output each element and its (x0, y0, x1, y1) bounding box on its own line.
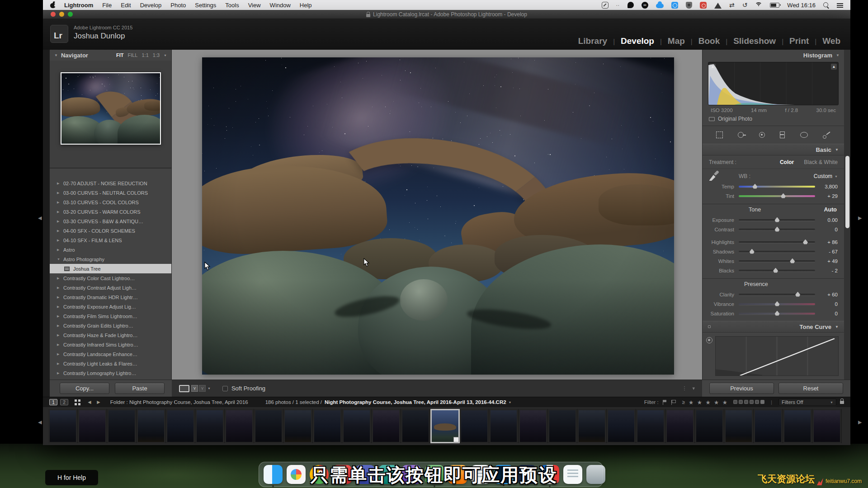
messenger-icon[interactable] (627, 2, 634, 8)
filmstrip-thumbnail-selected[interactable] (430, 409, 460, 443)
crop-tool-icon[interactable] (716, 131, 723, 138)
scrollbar-thumb[interactable] (845, 156, 849, 228)
slider-thumb[interactable] (803, 239, 808, 244)
flag-reject-icon[interactable] (671, 400, 676, 405)
temp-slider[interactable]: Temp 3,800 (703, 182, 844, 191)
copy-button[interactable]: Copy... (60, 383, 109, 394)
wifi-icon[interactable] (755, 2, 762, 8)
menu-tools[interactable]: Tools (221, 2, 243, 9)
module-develop[interactable]: Develop (607, 36, 654, 46)
tint-slider[interactable]: Tint + 29 (703, 191, 844, 201)
slider-thumb[interactable] (775, 227, 780, 232)
filmstrip-thumbnail[interactable] (166, 409, 195, 443)
slider-thumb[interactable] (775, 301, 780, 306)
toolbar-options-icon[interactable]: ▾ (692, 385, 695, 391)
filmstrip-thumbnail[interactable] (107, 409, 137, 443)
filmstrip-thumbnail[interactable] (607, 409, 636, 443)
filters-preset-select[interactable]: Filters Off ▼ (778, 399, 836, 406)
right-panel-scrollbar[interactable] (844, 50, 850, 380)
menu-photo[interactable]: Photo (166, 2, 190, 9)
left-panel-collapse-arrow[interactable]: ◀ (38, 215, 42, 221)
wb-preset-select[interactable]: Custom▼ (814, 173, 838, 179)
toolbar-overflow-icon[interactable]: ⋮ (682, 385, 687, 391)
preset-item[interactable]: ▶04-00 SFX - COLOR SCHEMES (50, 226, 171, 235)
main-window-button[interactable]: 1 (49, 399, 57, 405)
filmstrip-scroll-left-arrow[interactable]: ◀ (38, 419, 42, 425)
filmstrip-thumbnail[interactable] (548, 409, 577, 443)
filmstrip-thumbnail[interactable] (665, 409, 695, 443)
tone-curve-display[interactable] (715, 336, 839, 376)
camera-sync-icon[interactable] (671, 2, 678, 9)
filmstrip-thumbnail[interactable] (519, 409, 548, 443)
previous-photo-arrow-icon[interactable]: ◄ (87, 399, 92, 405)
slider-thumb[interactable] (781, 193, 786, 198)
filmstrip-thumbnail[interactable] (372, 409, 401, 443)
slider-thumb[interactable] (790, 258, 795, 263)
chevron-down-icon[interactable]: ▼ (509, 401, 512, 404)
before-after-icon[interactable]: Y (191, 385, 198, 392)
shadow-clipping-indicator[interactable]: ▲ (710, 64, 716, 70)
menu-develop[interactable]: Develop (136, 2, 166, 9)
vibrance-slider[interactable]: Vibrance0 (703, 299, 844, 309)
filmstrip-thumbnail[interactable] (342, 409, 372, 443)
module-web[interactable]: Web (809, 36, 840, 46)
minimize-window-button[interactable] (59, 12, 64, 17)
star-rating-filter[interactable]: ★ ★ ★ ★ ★ (689, 399, 728, 406)
google-drive-icon[interactable] (714, 3, 722, 9)
spot-removal-icon[interactable] (738, 132, 744, 138)
apple-menu-icon[interactable] (50, 2, 56, 8)
filmstrip-thumbnail[interactable] (460, 409, 489, 443)
preset-item[interactable]: ▶Contrastly Film Sims Lightroom… (50, 311, 171, 321)
clarity-slider[interactable]: Clarity+ 60 (703, 290, 844, 299)
blacks-slider[interactable]: Blacks- 2 (703, 266, 844, 275)
contrast-slider[interactable]: Contrast0 (703, 225, 844, 234)
right-panel-collapse-arrow[interactable]: ▶ (858, 215, 862, 221)
zoom-ratio-option[interactable]: 1:3 (153, 52, 160, 58)
menu-view[interactable]: View (244, 2, 265, 9)
target-adjustment-icon[interactable] (706, 337, 712, 343)
module-map[interactable]: Map (654, 36, 685, 46)
current-file-label[interactable]: Night Photography Course, Joshua Tree, A… (325, 399, 506, 405)
color-label-chip[interactable] (733, 400, 737, 404)
highlights-slider[interactable]: Highlights+ 86 (703, 237, 844, 247)
filmstrip-thumbnail[interactable] (48, 409, 78, 443)
filmstrip-thumbnail[interactable] (225, 409, 254, 443)
module-library[interactable]: Library (578, 36, 607, 46)
preset-item[interactable]: ▶03-10 CURVES - COOL COLORS (50, 197, 171, 207)
cloud-sync-icon[interactable] (656, 4, 664, 8)
radial-filter-icon[interactable] (800, 132, 808, 138)
preset-item[interactable]: ▶03-00 CURVES - NEUTRAL COLORS (50, 188, 171, 197)
auto-tone-button[interactable]: Auto (824, 206, 837, 213)
zoom-dropdown-icon[interactable]: ▼ (164, 54, 167, 57)
creative-cloud-icon[interactable]: ∞ (642, 2, 648, 9)
dock-icon-photos[interactable] (287, 465, 306, 484)
navigator-thumbnail[interactable] (61, 72, 161, 145)
module-slideshow[interactable]: Slideshow (720, 36, 776, 46)
filmstrip-thumbnail[interactable] (313, 409, 342, 443)
spotlight-icon[interactable] (823, 2, 829, 8)
preset-item-selected[interactable]: Joshua Tree (50, 264, 171, 273)
zoom-fit-option[interactable]: FIT (116, 52, 124, 58)
battery-icon[interactable] (770, 3, 779, 8)
slider-thumb[interactable] (775, 217, 780, 222)
badge-icon[interactable] (686, 2, 692, 9)
module-print[interactable]: Print (776, 36, 809, 46)
highlight-clipping-indicator[interactable]: ▲ (831, 64, 837, 70)
preset-item[interactable]: ▶03-30 CURVES - B&W & ANTIQU… (50, 216, 171, 226)
reset-button[interactable]: Reset (778, 383, 843, 394)
preset-item[interactable]: ▶03-20 CURVES - WARM COLORS (50, 207, 171, 216)
color-label-chip[interactable] (760, 400, 764, 404)
preset-item[interactable]: ▶Contrastly Exposure Adjust Lig… (50, 302, 171, 311)
dock-icon-trash[interactable] (586, 465, 605, 484)
filmstrip-thumbnail[interactable] (724, 409, 754, 443)
module-book[interactable]: Book (685, 36, 720, 46)
saturation-slider[interactable]: Saturation0 (703, 309, 844, 318)
navigator-header[interactable]: ▼ Navigator FIT FILL 1:1 1:3 ▼ (50, 50, 171, 61)
slider-thumb[interactable] (752, 184, 757, 189)
before-after-split-icon[interactable]: Y (199, 385, 206, 392)
basic-panel-header[interactable]: Basic ▼ (703, 144, 844, 155)
preset-item[interactable]: ▶Contrastly Color Cast Lightroo… (50, 273, 171, 283)
filmstrip-thumbnail[interactable] (137, 409, 166, 443)
histogram-header[interactable]: Histogram ▼ (703, 50, 844, 61)
grid-view-icon[interactable] (75, 399, 80, 405)
